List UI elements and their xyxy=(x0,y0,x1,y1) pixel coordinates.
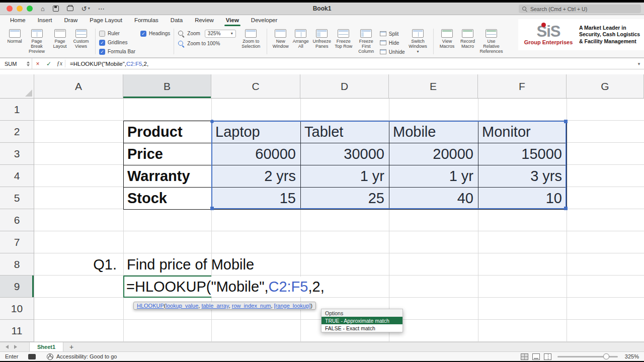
page-layout-view-button[interactable]: Page Layout xyxy=(49,28,70,49)
tooltip-arg[interactable]: lookup_value xyxy=(166,303,198,309)
split-button[interactable]: Split xyxy=(380,30,405,37)
formula-bar-expand-icon[interactable]: ▾ xyxy=(634,61,644,66)
more-icon[interactable]: ⋯ xyxy=(98,6,105,12)
cell-value[interactable]: 2 yrs xyxy=(212,165,301,188)
maximize-button[interactable] xyxy=(27,6,33,12)
tab-page-layout[interactable]: Page Layout xyxy=(84,15,128,26)
cells-area[interactable]: ProductLaptopTabletMobileMonitorPrice600… xyxy=(34,99,644,342)
tooltip-arg[interactable]: [range_lookup] xyxy=(274,303,311,309)
view-macros-button[interactable]: View Macros xyxy=(437,28,457,49)
cell-b8[interactable]: Find price of Mobile xyxy=(123,253,254,276)
cell-value[interactable]: 15 xyxy=(212,188,301,210)
cell-label-warranty[interactable]: Warranty xyxy=(124,165,212,188)
use-relative-references-button[interactable]: Use Relative References xyxy=(478,28,505,54)
cell-value[interactable]: 40 xyxy=(389,188,478,210)
unfreeze-panes-button[interactable]: Unfreeze Panes xyxy=(311,28,333,49)
row-header-6[interactable]: 6 xyxy=(0,209,34,231)
hide-button[interactable]: Hide xyxy=(380,39,405,46)
cell-b9-formula-edit[interactable]: =HLOOKUP("Mobile",C2:F5,2, xyxy=(125,277,325,297)
sheet-nav-right-icon[interactable] xyxy=(14,345,17,349)
row-header-5[interactable]: 5 xyxy=(0,187,34,209)
close-button[interactable] xyxy=(7,6,13,12)
row-header-9[interactable]: 9 xyxy=(0,276,34,298)
cell-value[interactable]: Laptop xyxy=(212,121,301,143)
tooltip-function-link[interactable]: HLOOKUP xyxy=(137,303,164,309)
cancel-button[interactable]: × xyxy=(32,60,43,67)
row-header-3[interactable]: 3 xyxy=(0,143,34,165)
tooltip-arg[interactable]: row_index_num xyxy=(232,303,271,309)
minimize-button[interactable] xyxy=(17,6,23,12)
tooltip-arg[interactable]: table_array xyxy=(201,303,228,309)
cell-value[interactable]: 3 yrs xyxy=(478,165,567,188)
zoom-to-selection-button[interactable]: Zoom to Selection xyxy=(239,28,263,49)
normal-view-status-icon[interactable] xyxy=(521,353,528,360)
accessibility-status[interactable]: Accessibility: Good to go xyxy=(56,353,117,359)
ruler-checkbox[interactable]: Ruler xyxy=(99,30,135,37)
name-box-stepper[interactable] xyxy=(27,61,30,66)
cell-value[interactable]: 20000 xyxy=(389,143,478,165)
column-header-f[interactable]: F xyxy=(478,74,567,99)
freeze-top-row-button[interactable]: Freeze Top Row xyxy=(333,28,354,49)
page-break-view-status-icon[interactable] xyxy=(544,353,551,360)
keyboard-icon[interactable] xyxy=(28,354,36,359)
tab-developer[interactable]: Developer xyxy=(245,15,283,26)
cell-value[interactable]: 10 xyxy=(478,188,567,210)
enter-button[interactable]: ✓ xyxy=(43,60,54,67)
cell-value[interactable]: Mobile xyxy=(389,121,478,143)
select-all-corner[interactable] xyxy=(0,74,34,99)
zoom-slider[interactable] xyxy=(557,356,618,357)
cell-label-price[interactable]: Price xyxy=(124,143,212,165)
column-header-e[interactable]: E xyxy=(389,74,478,99)
cell-value[interactable]: 1 yr xyxy=(389,165,478,188)
tab-review[interactable]: Review xyxy=(189,15,220,26)
page-layout-view-status-icon[interactable] xyxy=(532,353,540,360)
sheet-tab-sheet1[interactable]: Sheet1 xyxy=(29,342,63,351)
formula-bar-checkbox[interactable]: Formula Bar xyxy=(99,48,135,55)
column-header-b[interactable]: B xyxy=(123,74,211,99)
custom-views-button[interactable]: Custom Views xyxy=(70,28,92,49)
undo-button[interactable]: ↺ ▾ xyxy=(82,6,90,12)
cell-label-product[interactable]: Product xyxy=(124,121,212,143)
cell-value[interactable]: 30000 xyxy=(301,143,389,165)
cell-value[interactable]: 1 yr xyxy=(301,165,389,188)
tab-draw[interactable]: Draw xyxy=(58,15,84,26)
tab-data[interactable]: Data xyxy=(165,15,189,26)
page-break-preview-button[interactable]: Page Break Preview xyxy=(24,28,49,54)
tab-home[interactable]: Home xyxy=(4,15,32,26)
record-macro-button[interactable]: Record Macro xyxy=(457,28,478,49)
headings-checkbox[interactable]: Headings xyxy=(140,30,170,37)
column-header-g[interactable]: G xyxy=(567,74,644,99)
cell-a8[interactable]: Q1. xyxy=(34,253,123,276)
freeze-first-column-button[interactable]: Freeze First Column xyxy=(354,28,378,54)
row-header-10[interactable]: 10 xyxy=(0,298,34,320)
formula-input[interactable]: =HLOOKUP("Mobile",C2:F5,2, xyxy=(67,61,634,67)
autocomplete-option[interactable]: FALSE - Exact match xyxy=(321,324,403,332)
zoom-slider-knob[interactable] xyxy=(603,353,609,359)
save-icon[interactable] xyxy=(53,6,59,12)
home-icon[interactable]: ⌂ xyxy=(41,6,45,12)
zoom-select[interactable]: 325% ▾ xyxy=(205,30,236,38)
cell-label-stock[interactable]: Stock xyxy=(124,188,212,210)
insert-function-button[interactable]: ƒx xyxy=(54,60,65,67)
column-header-d[interactable]: D xyxy=(300,74,389,99)
column-header-a[interactable]: A xyxy=(34,74,123,99)
tab-formulas[interactable]: Formulas xyxy=(128,15,165,26)
new-window-button[interactable]: New Window xyxy=(271,28,291,49)
name-box[interactable]: SUM xyxy=(0,58,32,69)
zoom-100-button[interactable]: Zoom to 100% xyxy=(178,40,236,47)
tab-insert[interactable]: Insert xyxy=(32,15,58,26)
switch-windows-button[interactable]: Switch Windows ▾ xyxy=(407,28,430,54)
cell-value[interactable]: Monitor xyxy=(478,121,567,143)
row-header-2[interactable]: 2 xyxy=(0,121,34,143)
column-header-c[interactable]: C xyxy=(211,74,300,99)
cell-value[interactable]: Tablet xyxy=(301,121,389,143)
tab-view[interactable]: View xyxy=(220,15,245,26)
sheet-nav-left-icon[interactable] xyxy=(6,345,9,349)
print-icon[interactable] xyxy=(67,6,73,11)
cell-value[interactable]: 15000 xyxy=(478,143,567,165)
add-sheet-button[interactable]: + xyxy=(69,343,73,351)
cell-value[interactable]: 60000 xyxy=(212,143,301,165)
unhide-button[interactable]: Unhide xyxy=(380,48,405,55)
row-header-11[interactable]: 11 xyxy=(0,320,34,342)
row-header-8[interactable]: 8 xyxy=(0,253,34,276)
